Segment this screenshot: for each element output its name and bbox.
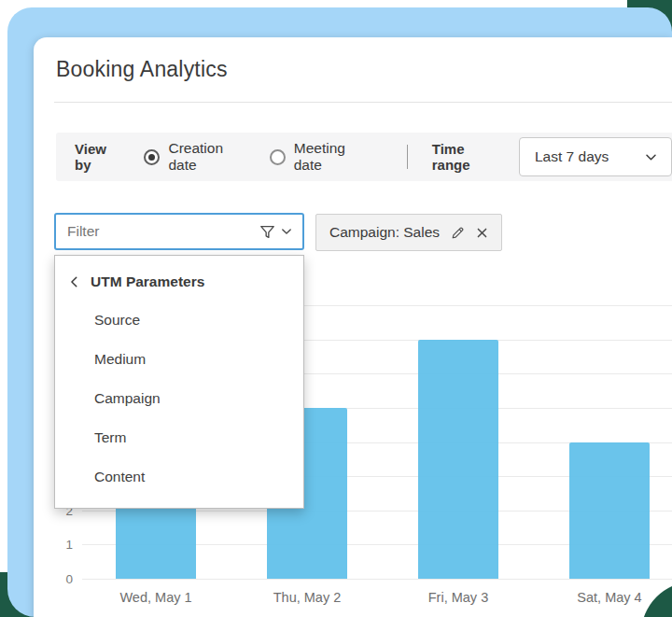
x-axis-label: Fri, May 3 <box>393 590 524 605</box>
y-axis-tick-label: 1 <box>47 538 73 552</box>
radio-circle-icon <box>144 149 160 165</box>
filter-chip-campaign-sales: Campaign: Sales <box>315 214 502 251</box>
toolbar-divider <box>407 145 408 169</box>
menu-title: UTM Parameters <box>91 273 204 290</box>
chart-bar <box>569 442 650 579</box>
y-axis-tick-label: 0 <box>47 572 73 586</box>
menu-item-content[interactable]: Content <box>55 457 303 497</box>
x-axis-label: Thu, May 2 <box>242 590 372 605</box>
filter-placeholder: Filter <box>67 223 259 240</box>
radio-label: Creation date <box>168 140 248 174</box>
chart-bar <box>418 340 498 579</box>
menu-item-campaign[interactable]: Campaign <box>55 379 303 418</box>
close-icon[interactable] <box>476 227 488 239</box>
radio-circle-icon <box>270 149 286 165</box>
chevron-left-icon[interactable] <box>68 275 81 288</box>
view-options-toolbar: View by Creation date Meeting date Time … <box>56 133 672 181</box>
menu-item-medium[interactable]: Medium <box>55 340 303 379</box>
booking-analytics-screen: Booking Analytics 012345678Wed, May 1Thu… <box>0 0 672 617</box>
menu-item-term[interactable]: Term <box>55 418 303 457</box>
time-range-select[interactable]: Last 7 days <box>519 137 672 176</box>
filter-input[interactable]: Filter <box>54 213 304 250</box>
gridline <box>82 579 672 580</box>
chevron-down-icon[interactable] <box>280 225 293 238</box>
pencil-icon[interactable] <box>450 225 466 241</box>
x-axis-label: Wed, May 1 <box>91 590 221 605</box>
menu-items: SourceMediumCampaignTermContent <box>55 301 303 497</box>
time-range-value: Last 7 days <box>535 148 609 165</box>
time-range-label: Time range <box>432 141 502 173</box>
filter-funnel-icon[interactable] <box>259 223 276 241</box>
filter-dropdown-menu: UTM Parameters SourceMediumCampaignTermC… <box>54 255 304 509</box>
chevron-down-icon <box>644 150 658 164</box>
menu-header: UTM Parameters <box>55 269 303 295</box>
view-by-label: View by <box>75 141 123 173</box>
radio-creation-date[interactable]: Creation date <box>144 140 248 174</box>
radio-label: Meeting date <box>294 140 371 174</box>
chip-label: Campaign: Sales <box>329 224 440 241</box>
menu-item-source[interactable]: Source <box>55 301 303 340</box>
title-divider <box>54 102 672 103</box>
page-title: Booking Analytics <box>56 57 228 82</box>
radio-meeting-date[interactable]: Meeting date <box>270 140 371 174</box>
